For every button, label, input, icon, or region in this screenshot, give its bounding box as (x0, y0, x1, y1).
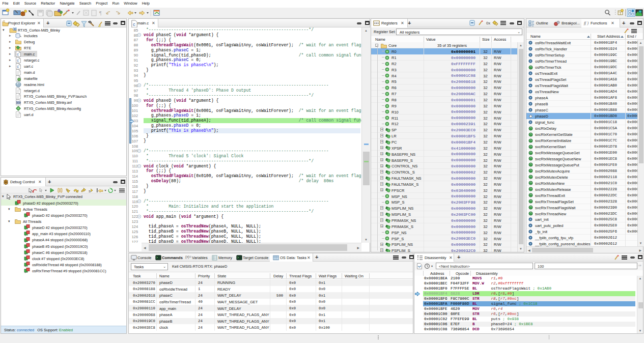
svg-text:c: c (17, 65, 19, 68)
svg-text:¶: ¶ (99, 10, 102, 16)
svg-text:010: 010 (17, 102, 21, 104)
svg-text:s: s (89, 189, 91, 193)
svg-text:c: c (17, 52, 19, 56)
svg-text:c: c (17, 59, 19, 62)
svg-text:C: C (14, 27, 16, 30)
svg-text:c: c (133, 22, 135, 27)
svg-text:0x: 0x (486, 21, 490, 25)
